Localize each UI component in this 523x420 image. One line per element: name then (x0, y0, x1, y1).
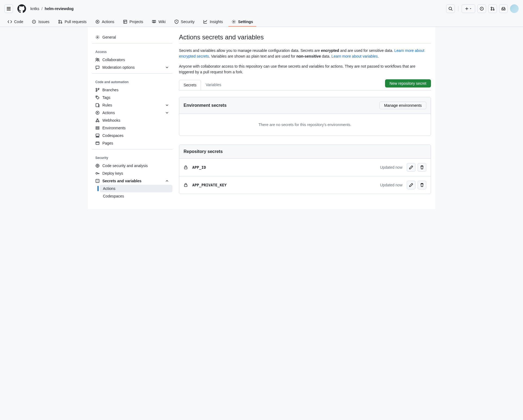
sidebar-label: Actions (102, 111, 115, 115)
sidebar-codespaces[interactable]: Codespaces (92, 132, 172, 139)
tab-actions[interactable]: Actions (92, 17, 118, 27)
sidebar-label: Collaborators (102, 58, 125, 62)
svg-point-33 (96, 173, 97, 174)
tab-insights[interactable]: Insights (200, 17, 226, 27)
sidebar-rules[interactable]: Rules (92, 101, 172, 109)
edit-secret-button[interactable] (407, 181, 415, 189)
tab-variables[interactable]: Variables (201, 80, 226, 90)
sidebar-branches[interactable]: Branches (92, 86, 172, 94)
sidebar-webhooks[interactable]: Webhooks (92, 117, 172, 124)
inbox-icon (501, 7, 506, 11)
svg-rect-35 (184, 167, 187, 169)
svg-point-25 (98, 121, 99, 122)
svg-rect-12 (124, 20, 127, 23)
sidebar-general[interactable]: General (92, 33, 172, 41)
page-title: Actions secrets and variables (179, 33, 431, 43)
tab-pulls[interactable]: Pull requests (55, 17, 90, 27)
tab-issues[interactable]: Issues (29, 17, 52, 27)
svg-rect-36 (184, 185, 187, 187)
secret-name: APP_ID (192, 165, 206, 170)
trash-icon (420, 183, 424, 187)
tab-secrets[interactable]: Secrets (179, 80, 201, 90)
sidebar-label: General (102, 35, 116, 39)
tab-label: Pull requests (65, 20, 87, 24)
sidebar-secrets-actions[interactable]: Actions (100, 185, 172, 192)
tab-label: Actions (102, 20, 114, 24)
tab-security[interactable]: Security (171, 17, 198, 27)
chevron-down-icon (165, 103, 169, 107)
sidebar-moderation[interactable]: Moderation options (92, 64, 172, 71)
svg-point-2 (481, 8, 482, 9)
manage-environments-button[interactable]: Manage environments (379, 102, 426, 109)
sidebar-deploy-keys[interactable]: Deploy keys (92, 170, 172, 177)
repository-secrets-panel: Repository secrets APP_ID Updated now AP… (179, 145, 431, 194)
new-repository-secret-button[interactable]: New repository secret (385, 79, 431, 87)
tab-projects[interactable]: Projects (120, 17, 147, 27)
pencil-icon (409, 165, 413, 170)
svg-point-15 (96, 58, 97, 60)
svg-rect-26 (96, 127, 99, 128)
github-logo-icon[interactable] (17, 4, 26, 13)
svg-point-3 (491, 7, 492, 8)
svg-point-16 (98, 59, 99, 60)
svg-rect-30 (96, 142, 99, 145)
settings-sidebar: General Access Collaborators Moderation … (92, 33, 172, 203)
sidebar-environments[interactable]: Environments (92, 124, 172, 132)
breadcrumb-repo[interactable]: helm-reviewdog (45, 7, 74, 11)
divider (92, 73, 172, 74)
tab-label: Code (14, 20, 23, 24)
trash-icon (420, 165, 424, 170)
notifications-button[interactable] (499, 4, 508, 13)
svg-point-17 (96, 88, 97, 89)
sidebar-label: Webhooks (102, 118, 120, 123)
sidebar-label: Pages (102, 141, 113, 145)
search-button[interactable] (446, 4, 455, 13)
sidebar-actions[interactable]: Actions (92, 109, 172, 117)
caret-down-icon (469, 7, 472, 10)
tab-label: Security (181, 20, 195, 24)
sidebar-pages[interactable]: Pages (92, 139, 172, 147)
secret-updated: Updated now (380, 183, 402, 187)
plus-icon (465, 7, 469, 11)
secret-name: APP_PRIVATE_KEY (192, 183, 226, 187)
tab-label: Insights (210, 20, 223, 24)
sidebar-label: Moderation options (102, 65, 135, 70)
tab-code[interactable]: Code (4, 17, 26, 27)
svg-point-7 (34, 21, 34, 22)
edit-secret-button[interactable] (407, 163, 415, 172)
learn-variables-link[interactable]: Learn more about variables (332, 54, 378, 58)
issues-button[interactable] (477, 4, 486, 13)
sidebar-heading-code: Code and automation (92, 76, 172, 86)
sidebar-label: Secrets and variables (102, 179, 141, 183)
chevron-up-icon (165, 179, 169, 183)
tabs-row: Secrets Variables New repository secret (179, 79, 431, 90)
user-avatar[interactable] (510, 4, 519, 13)
sidebar-tags[interactable]: Tags (92, 94, 172, 101)
breadcrumb: kntks / helm-reviewdog (30, 7, 74, 11)
divider (458, 6, 458, 11)
svg-rect-29 (96, 137, 99, 137)
delete-secret-button[interactable] (418, 181, 426, 189)
panel-title: Repository secrets (184, 149, 223, 154)
tab-wiki[interactable]: Wiki (149, 17, 169, 27)
sidebar-secrets-codespaces[interactable]: Codespaces (100, 192, 172, 200)
delete-secret-button[interactable] (418, 163, 426, 172)
svg-point-0 (449, 7, 452, 10)
hamburger-button[interactable] (4, 4, 13, 13)
breadcrumb-owner[interactable]: kntks (30, 7, 39, 11)
sidebar-collaborators[interactable]: Collaborators (92, 56, 172, 64)
chevron-down-icon (165, 65, 169, 70)
sidebar-secrets-variables[interactable]: Secrets and variables (92, 177, 172, 185)
svg-point-18 (96, 90, 97, 92)
svg-point-19 (98, 88, 99, 89)
svg-point-9 (59, 22, 60, 23)
svg-point-8 (59, 20, 60, 21)
sidebar-label: Codespaces (102, 133, 124, 138)
create-new-button[interactable] (462, 4, 475, 13)
sidebar-code-security[interactable]: Code security and analysis (92, 162, 172, 170)
svg-point-32 (97, 165, 98, 166)
tab-settings[interactable]: Settings (228, 17, 256, 27)
pull-requests-button[interactable] (488, 4, 497, 13)
sidebar-label: Actions (103, 186, 115, 191)
chevron-down-icon (165, 111, 169, 115)
